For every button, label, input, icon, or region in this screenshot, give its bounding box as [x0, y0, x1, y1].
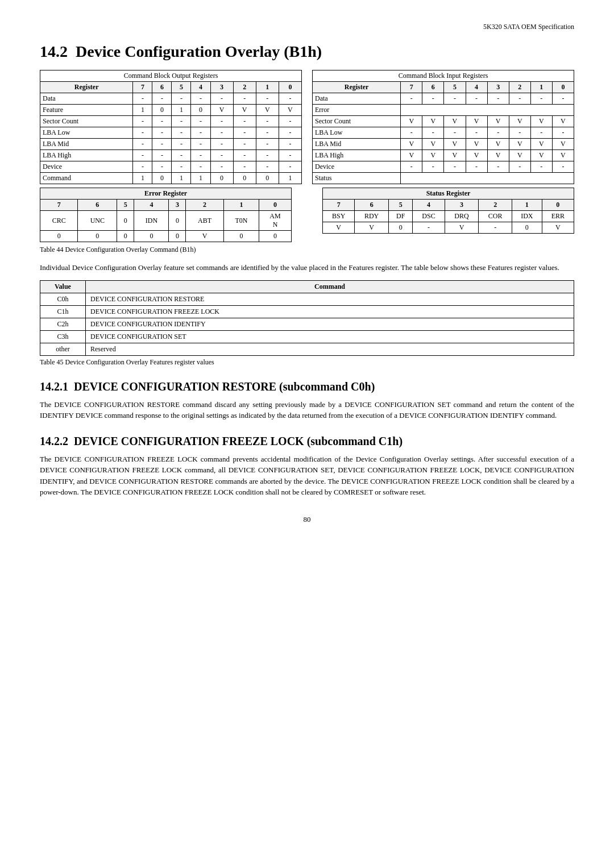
table-cell: V — [233, 105, 256, 116]
table-cell: - — [133, 139, 152, 150]
out-col-4: 4 — [191, 82, 210, 93]
table-cell: 0 — [117, 231, 134, 242]
table-cell: LBA High — [313, 150, 401, 161]
table-cell: - — [530, 161, 552, 173]
subsection-1422-body: The DEVICE CONFIGURATION FREEZE LOCK com… — [40, 454, 574, 498]
table-cell: - — [552, 161, 574, 173]
in-col-6: 6 — [422, 82, 444, 93]
features-col-value: Value — [40, 280, 86, 293]
table-header: 5 — [117, 200, 134, 211]
table-cell: V — [542, 222, 574, 234]
table-cell: Status — [313, 173, 401, 184]
table-cell: 0 — [169, 231, 186, 242]
table-cell: - — [172, 139, 191, 150]
table-cell: - — [191, 127, 210, 139]
section-title: 14.2 Device Configuration Overlay (B1h) — [40, 43, 574, 61]
out-col-register: Register — [40, 82, 133, 93]
table-cell: 0 — [259, 231, 292, 242]
table-cell: - — [401, 93, 422, 105]
table45-caption: Table 45 Device Configuration Overlay Fe… — [40, 358, 574, 367]
table-cell: DEVICE CONFIGURATION IDENTIFY — [86, 318, 574, 330]
table-cell: Data — [313, 93, 401, 105]
table-header: 1 — [512, 200, 542, 211]
table-cell: - — [279, 161, 301, 173]
table-cell: LBA Low — [313, 127, 401, 139]
table-cell: V — [444, 150, 466, 161]
table-cell: IDX — [512, 211, 542, 222]
subsection-1421-title: 14.2.1 DEVICE CONFIGURATION RESTORE (sub… — [40, 380, 574, 393]
table-cell: - — [444, 161, 466, 173]
table-cell: C1h — [40, 305, 86, 318]
table-cell: Sector Count — [313, 116, 401, 127]
table-cell: - — [133, 127, 152, 139]
table-header: 1 — [223, 200, 259, 211]
table-cell: - — [256, 127, 279, 139]
table-cell: 1 — [279, 173, 301, 184]
table-cell: - — [210, 161, 233, 173]
table-cell: 1 — [191, 173, 210, 184]
status-register-table: Status Register 76543210 BSYRDYDFDSCDRQC… — [322, 188, 574, 242]
table-cell: V — [422, 139, 444, 150]
table-cell: - — [172, 127, 191, 139]
table-cell: - — [422, 161, 444, 173]
in-col-2: 2 — [509, 82, 530, 93]
table-cell: 0 — [256, 173, 279, 184]
table-cell: V — [401, 116, 422, 127]
table-cell: - — [279, 93, 301, 105]
table-cell: - — [152, 127, 172, 139]
table-cell: V — [401, 150, 422, 161]
table-cell: V — [445, 222, 479, 234]
table-cell: 1 — [133, 105, 152, 116]
table-cell: ABT — [186, 211, 223, 231]
table-cell: V — [444, 139, 466, 150]
table-cell: - — [233, 116, 256, 127]
table-cell: 0 — [512, 222, 542, 234]
table-cell: other — [40, 343, 86, 355]
output-registers-table: Command Block Output Registers Register … — [40, 70, 302, 184]
table-cell: V — [487, 139, 509, 150]
in-col-3: 3 — [487, 82, 509, 93]
table-cell: - — [256, 116, 279, 127]
table-cell: - — [210, 150, 233, 161]
table-cell: Device — [313, 161, 401, 173]
table-cell: - — [256, 93, 279, 105]
table-cell: V — [186, 231, 223, 242]
table-cell: V — [279, 105, 301, 116]
table-cell: 0 — [389, 222, 413, 234]
table-cell: - — [233, 127, 256, 139]
input-table-header: Command Block Input Registers — [313, 70, 574, 82]
table-cell: T0N — [223, 211, 259, 231]
table-cell: - — [279, 127, 301, 139]
table-cell: - — [133, 116, 152, 127]
table-cell: Command — [40, 173, 133, 184]
in-col-5: 5 — [444, 82, 466, 93]
table-header: 2 — [186, 200, 223, 211]
table-cell: - — [279, 150, 301, 161]
table-cell: - — [487, 161, 509, 173]
table-cell: 0 — [40, 231, 78, 242]
table-cell: - — [487, 127, 509, 139]
in-col-1: 1 — [530, 82, 552, 93]
table-header: 6 — [78, 200, 117, 211]
table-cell: 0 — [210, 173, 233, 184]
table-cell: - — [552, 127, 574, 139]
subsection-1421-body: The DEVICE CONFIGURATION RESTORE command… — [40, 399, 574, 421]
error-register-table: Error Register 76543210 CRCUNC0IDN0ABTT0… — [40, 188, 292, 242]
table-cell: V — [552, 116, 574, 127]
table-cell: - — [152, 116, 172, 127]
table-cell: - — [191, 93, 210, 105]
table-cell: V — [422, 116, 444, 127]
subsection-1422-title: 14.2.2 DEVICE CONFIGURATION FREEZE LOCK … — [40, 435, 574, 448]
error-table-title: Error Register — [40, 188, 292, 200]
table-cell: - — [487, 93, 509, 105]
table-cell: ERR — [542, 211, 574, 222]
table-cell: 1 — [172, 173, 191, 184]
table-cell: - — [466, 127, 487, 139]
table-cell: - — [466, 93, 487, 105]
table-cell: - — [210, 127, 233, 139]
table-cell: - — [210, 93, 233, 105]
out-col-5: 5 — [172, 82, 191, 93]
in-col-7: 7 — [401, 82, 422, 93]
table-cell: - — [509, 93, 530, 105]
table-cell: - — [172, 161, 191, 173]
